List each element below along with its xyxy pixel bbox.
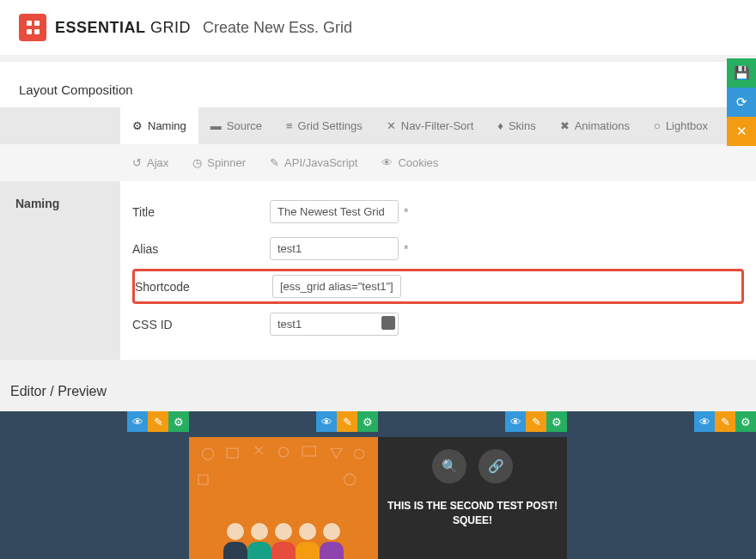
preview-button[interactable]: 👁 [127,411,148,432]
cell-toolbar: 👁 ✎ ⚙ [505,411,567,432]
tab-ajax[interactable]: ↺ Ajax [120,144,180,181]
brand-text: ESSENTIAL GRID [55,19,191,37]
row-title: Title * [132,193,744,230]
tab-label: API/JavaScript [284,156,357,169]
search-icon: ○ [654,119,661,132]
folder-icon: ▬ [210,119,222,132]
preview-button[interactable]: 👁 [505,411,526,432]
input-title[interactable] [270,200,399,223]
eye-icon: 👁 [699,416,710,428]
gear-icon: ⚙ [174,416,184,428]
tab-grid-settings[interactable]: ≡ Grid Settings [274,107,375,144]
zoom-button[interactable]: 🔍 [432,449,466,483]
settings-button[interactable]: ⚙ [168,411,189,432]
required-mark: * [404,205,408,219]
page-subtitle: Create New Ess. Grid [203,19,352,37]
cssid-toggle-icon[interactable] [381,316,395,330]
refresh-button[interactable]: ⟳ [727,88,756,117]
form-area: Naming Title * Alias * Shortcode CSS ID [0,181,756,360]
tab-lightbox[interactable]: ○ Lightbox [642,107,720,144]
undo-icon: ↺ [132,156,142,169]
cell-card: 🔍 🔗 THIS IS THE SECOND TEST POST! SQUEE! [378,437,567,559]
tab-naming[interactable]: ⚙ Naming [120,107,198,144]
floating-actions: 💾 ⟳ ✕ [727,58,756,146]
row-cssid: CSS ID [132,306,744,343]
preview-button[interactable]: 👁 [316,411,337,432]
eye-icon: 👁 [510,416,521,428]
header-bar: ESSENTIAL GRID Create New Ess. Grid [0,0,756,56]
grid-cell-4: 👁 ✎ ⚙ [567,411,756,559]
cell-toolbar: 👁 ✎ ⚙ [694,411,756,432]
edit-button[interactable]: ✎ [526,411,546,432]
label-shortcode: Shortcode [135,280,272,294]
tab-cookies[interactable]: 👁 Cookies [369,144,450,181]
edit-button[interactable]: ✎ [148,411,168,432]
tab-skins[interactable]: ♦ Skins [485,107,547,144]
input-shortcode[interactable] [272,275,401,298]
card-actions: 🔍 🔗 [432,449,513,483]
tab-animations[interactable]: ✖ Animations [548,107,642,144]
row-alias: Alias * [132,230,744,267]
pencil-icon: ✎ [154,416,163,428]
tab-label: Cookies [398,156,438,169]
edit-button[interactable]: ✎ [337,411,357,432]
brand-light: GRID [150,19,191,36]
preview-button[interactable]: 👁 [694,411,715,432]
tab-nav-filter-sort[interactable]: ✕ Nav-Filter-Sort [375,107,486,144]
save-button[interactable]: 💾 [727,58,756,88]
eye-icon: 👁 [132,416,143,428]
pencil-icon: ✎ [532,416,541,428]
tools-icon: ✖ [560,119,570,132]
shortcode-highlight: Shortcode [132,269,744,304]
input-cssid[interactable] [270,313,399,336]
illustration-image [189,437,378,559]
tabs-row-1: ⚙ Naming ▬ Source ≡ Grid Settings ✕ Nav-… [0,107,756,144]
gear-icon: ⚙ [741,416,751,428]
svg-rect-3 [302,447,315,456]
svg-rect-5 [198,475,208,484]
editor-preview-title: Editor / Preview [0,360,756,411]
card-title: THIS IS THE SECOND TEST POST! SQUEE! [378,499,567,528]
grid-cell-2: 👁 ✎ ⚙ [189,411,378,559]
eye-icon: 👁 [321,416,332,428]
tab-label: Animations [575,119,630,132]
tab-label: Ajax [147,156,168,169]
svg-point-4 [355,449,364,459]
tab-label: Grid Settings [298,119,363,132]
input-alias[interactable] [270,237,399,260]
search-icon: 🔍 [442,459,458,474]
form-body: Title * Alias * Shortcode CSS ID [120,181,756,360]
cell-image [189,437,378,559]
svg-point-2 [279,447,289,457]
spinner-icon: ◷ [192,156,202,169]
gear-icon: ⚙ [132,119,143,132]
pencil-icon: ✎ [721,416,730,428]
pencil-icon: ✎ [343,416,352,428]
people-illustration [189,523,378,559]
required-mark: * [404,242,408,256]
side-label-naming: Naming [0,181,120,360]
settings-button[interactable]: ⚙ [357,411,378,432]
link-icon: 🔗 [488,459,504,474]
tab-label: Source [227,119,262,132]
logo-icon [19,14,46,41]
svg-rect-1 [227,448,238,458]
tab-label: Naming [148,119,186,132]
grid-cell-1: 👁 ✎ ⚙ [0,411,189,559]
label-alias: Alias [132,242,270,256]
edit-button[interactable]: ✎ [715,411,735,432]
tab-api-js[interactable]: ✎ API/JavaScript [258,144,369,181]
link-button[interactable]: 🔗 [479,449,513,483]
svg-point-6 [344,474,355,485]
label-cssid: CSS ID [132,318,270,331]
close-button[interactable]: ✕ [727,117,756,146]
dark-card: 🔍 🔗 THIS IS THE SECOND TEST POST! SQUEE! [378,437,567,559]
settings-button[interactable]: ⚙ [735,411,756,432]
tab-source[interactable]: ▬ Source [198,107,274,144]
section-layout-title: Layout Composition [0,61,756,107]
tab-spinner[interactable]: ◷ Spinner [180,144,258,181]
settings-button[interactable]: ⚙ [546,411,567,432]
cell-toolbar: 👁 ✎ ⚙ [316,411,378,432]
close-icon: ✕ [736,124,747,139]
tabs-row-2: ↺ Ajax ◷ Spinner ✎ API/JavaScript 👁 Cook… [0,144,756,181]
